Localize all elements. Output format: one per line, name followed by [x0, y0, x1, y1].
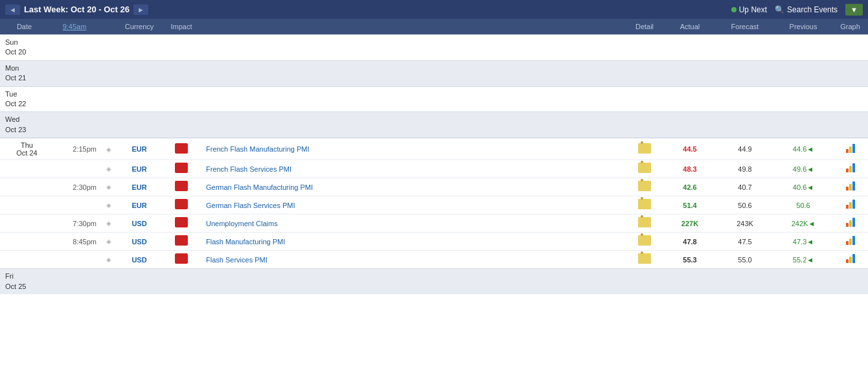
event-forecast-5: 243K	[716, 220, 774, 227]
week-title: Last Week: Oct 20 - Oct 26	[24, 5, 130, 14]
event-impact-5	[162, 217, 201, 229]
top-bar: ◄ Last Week: Oct 20 - Oct 26 ► Up Next 🔍…	[0, 0, 868, 19]
search-icon: 🔍	[775, 5, 784, 14]
event-bell-5[interactable]: ◈	[100, 220, 117, 227]
event-bell-2[interactable]: ◈	[100, 165, 117, 172]
graph-icon[interactable]	[846, 254, 855, 263]
day-label-tue: TueOct 22	[0, 87, 49, 112]
graph-icon[interactable]	[846, 200, 855, 209]
detail-icon[interactable]	[638, 253, 651, 264]
event-detail-6[interactable]	[625, 235, 664, 248]
event-currency-6: USD	[117, 238, 162, 246]
day-section-fri: FriOct 25	[0, 268, 868, 294]
event-bell-6[interactable]: ◈	[100, 238, 117, 245]
event-name-6[interactable]: Flash Manufacturing PMI	[201, 238, 625, 246]
event-impact-7	[162, 253, 201, 266]
event-bell-1[interactable]: ◈	[100, 146, 117, 153]
bar2	[849, 257, 852, 263]
event-previous-4: 50.6	[774, 202, 832, 209]
top-bar-left: ◄ Last Week: Oct 20 - Oct 26 ►	[5, 5, 148, 15]
event-name-7[interactable]: Flash Services PMI	[201, 256, 625, 264]
prev-week-button[interactable]: ◄	[5, 5, 20, 15]
table-row: ◈ EUR German Flash Services PMI 51.4 50.…	[0, 196, 868, 214]
event-previous-3: 40.6◄	[774, 183, 832, 191]
bar2	[849, 166, 852, 172]
event-currency-2: EUR	[117, 165, 162, 173]
impact-icon-high	[175, 235, 188, 246]
event-graph-7[interactable]	[832, 254, 868, 265]
bar2	[849, 146, 852, 153]
day-label-wed: WedOct 23	[0, 112, 49, 137]
event-detail-3[interactable]	[625, 181, 664, 193]
event-currency-5: USD	[117, 220, 162, 227]
event-previous-1: 44.6◄	[774, 145, 832, 153]
event-name-1[interactable]: French Flash Manufacturing PMI	[201, 145, 625, 153]
event-name-2[interactable]: French Flash Services PMI	[201, 165, 625, 173]
bar1	[846, 259, 849, 263]
detail-icon[interactable]	[638, 181, 651, 191]
graph-icon[interactable]	[846, 218, 855, 227]
search-events-label: Search Events	[787, 5, 838, 14]
bar1	[846, 241, 849, 245]
event-name-3[interactable]: German Flash Manufacturing PMI	[201, 183, 625, 191]
graph-icon[interactable]	[846, 181, 855, 191]
event-graph-1[interactable]	[832, 144, 868, 155]
event-graph-5[interactable]	[832, 218, 868, 229]
event-graph-3[interactable]	[832, 181, 868, 192]
search-events-button[interactable]: 🔍 Search Events	[775, 5, 838, 14]
up-next-label: Up Next	[739, 5, 767, 14]
day-label-thu: ThuOct 24	[0, 139, 49, 159]
detail-icon[interactable]	[638, 143, 651, 154]
event-detail-7[interactable]	[625, 253, 664, 266]
event-forecast-1: 44.9	[716, 145, 774, 153]
event-graph-6[interactable]	[832, 236, 868, 247]
day-label-sun: SunOct 20	[0, 35, 49, 60]
bar1	[846, 205, 849, 209]
event-impact-3	[162, 181, 201, 193]
table-row: ThuOct 24 2:15pm ◈ EUR French Flash Manu…	[0, 138, 868, 159]
col-header-time[interactable]: 9:45am	[49, 23, 100, 30]
event-graph-2[interactable]	[832, 163, 868, 174]
up-next-button[interactable]: Up Next	[731, 5, 767, 14]
event-bell-3[interactable]: ◈	[100, 183, 117, 191]
event-name-4[interactable]: German Flash Services PMI	[201, 202, 625, 209]
detail-icon[interactable]	[638, 217, 651, 227]
day-label-mon: MonOct 21	[0, 61, 49, 86]
detail-icon[interactable]	[638, 199, 651, 209]
event-detail-1[interactable]	[625, 143, 664, 156]
detail-icon[interactable]	[638, 235, 651, 246]
bar3	[852, 254, 855, 263]
event-actual-1: 44.5	[664, 145, 716, 153]
app-container: ◄ Last Week: Oct 20 - Oct 26 ► Up Next 🔍…	[0, 0, 868, 294]
event-impact-6	[162, 235, 201, 248]
event-detail-4[interactable]	[625, 199, 664, 211]
event-actual-7: 55.3	[664, 256, 716, 264]
next-week-button[interactable]: ►	[133, 5, 148, 15]
event-detail-5[interactable]	[625, 217, 664, 229]
day-rest-mon	[49, 61, 868, 84]
day-section-thu: ThuOct 24 2:15pm ◈ EUR French Flash Manu…	[0, 137, 868, 268]
table-row: ◈ EUR French Flash Services PMI 48.3 49.…	[0, 159, 868, 178]
day-section-tue: TueOct 22	[0, 86, 868, 112]
bar1	[846, 168, 849, 172]
col-header-detail: Detail	[625, 23, 664, 30]
col-header-graph: Graph	[832, 23, 868, 30]
event-detail-2[interactable]	[625, 163, 664, 175]
event-name-5[interactable]: Unemployment Claims	[201, 220, 625, 227]
graph-icon[interactable]	[846, 144, 855, 153]
col-header-forecast: Forecast	[716, 23, 774, 30]
event-forecast-6: 47.5	[716, 238, 774, 246]
event-time-6: 8:45pm	[49, 238, 100, 246]
graph-icon[interactable]	[846, 163, 855, 172]
event-actual-4: 51.4	[664, 202, 716, 209]
event-actual-5: 227K	[664, 220, 716, 227]
day-section-wed: WedOct 23	[0, 111, 868, 137]
event-bell-4[interactable]: ◈	[100, 202, 117, 209]
graph-icon[interactable]	[846, 236, 855, 245]
event-graph-4[interactable]	[832, 200, 868, 211]
filter-button[interactable]: ▼	[845, 4, 863, 16]
event-bell-7[interactable]: ◈	[100, 256, 117, 263]
impact-icon-high	[175, 253, 188, 264]
event-time-5: 7:30pm	[49, 220, 100, 227]
detail-icon[interactable]	[638, 163, 651, 173]
